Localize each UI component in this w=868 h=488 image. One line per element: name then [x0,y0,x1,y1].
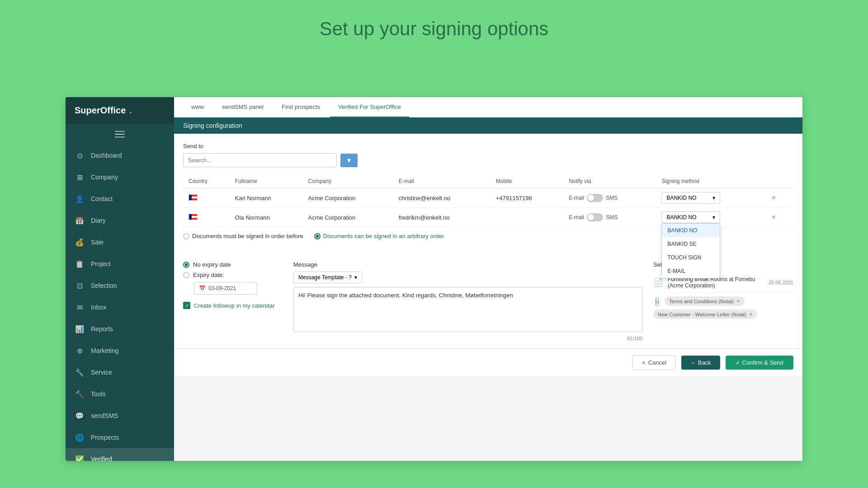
notify-sms-label-1: SMS [606,195,618,201]
form-area: Send to ▼ Country Fullname Company E-mai… [174,134,802,254]
sidebar-item-dashboard[interactable]: ⊙ Dashboard [66,145,174,166]
followup-checkbox[interactable]: ✓ [183,302,190,309]
sidebar-item-verified[interactable]: ✅ Verified [66,448,174,461]
tab-www[interactable]: www [183,97,212,117]
doc-tag-label-1: Terms and Conditions (Notat) [669,299,734,304]
sidebar-item-tools[interactable]: 🔨 Tools [66,383,174,405]
order-option-sequential[interactable]: Documents must be signed in order before [183,233,303,239]
option-bankid-se[interactable]: BANKID SE [662,237,720,251]
message-template-button[interactable]: Message Template - ? ▾ [293,272,362,283]
back-button[interactable]: ← Back [681,356,720,370]
search-row: ▼ [183,153,793,167]
service-icon: 🔧 [75,367,85,377]
sidebar-item-reports[interactable]: 📊 Reports [66,318,174,340]
remove-recipient-2-button[interactable]: × [770,213,778,221]
radio-expiry [183,272,189,278]
doc-tag-remove-2[interactable]: × [749,311,753,318]
search-input[interactable] [183,153,337,167]
radio-no-expiry [183,262,189,268]
confirm-send-button[interactable]: ✓ Confirm & Send [726,356,793,370]
notify-email-label-1: E-mail [569,195,584,201]
section-header: Signing configuration [174,117,802,134]
cancel-button[interactable]: × Cancel [632,355,676,370]
cell-remove-1: × [764,188,793,208]
signing-method-value-2: BANKID NO [666,214,696,221]
contact-icon: 👤 [75,194,85,204]
option-bankid-no[interactable]: BANKID NO [662,224,720,237]
sidebar-item-inbox[interactable]: ✉ Inbox [66,296,174,318]
cell-signing-1: BANKID NO ▾ [656,188,764,208]
sidebar-label-tools: Tools [91,390,106,398]
no-expiry-label: No expiry date [193,261,231,268]
doc-tag-remove-1[interactable]: × [736,298,740,305]
notify-toggle-1[interactable] [587,194,603,202]
order-label-sequential: Documents must be signed in order before [192,233,303,239]
col-email: E-mail [393,174,491,188]
marketing-icon: ⊛ [75,346,85,356]
verified-icon: ✅ [75,454,85,461]
app-container: SuperOffice. ⊙ Dashboard ⊞ Company 👤 Con… [66,97,802,461]
svg-rect-2 [115,137,125,138]
sidebar: SuperOffice. ⊙ Dashboard ⊞ Company 👤 Con… [66,97,174,461]
sidebar-item-marketing[interactable]: ⊛ Marketing [66,340,174,361]
sidebar-label-selection: Selection [91,282,117,289]
sidebar-item-diary[interactable]: 📅 Diary [66,210,174,231]
no-expiry-option[interactable]: No expiry date [183,261,283,268]
svg-rect-0 [115,131,125,132]
sidebar-item-service[interactable]: 🔧 Service [66,361,174,383]
expiry-date-option[interactable]: Expiry date: [183,272,283,278]
col-country: Country [183,174,230,188]
remove-recipient-1-button[interactable]: × [770,194,778,202]
flag-icon-no-1 [189,194,198,201]
tab-find-prospects[interactable]: Find prospects [274,97,328,117]
expiry-date-label: Expiry date: [193,272,224,278]
cell-signing-2: BANKID NO ▾ BANKID NO BANKID SE TOUCH SI… [656,208,764,227]
sidebar-label-contact: Contact [91,195,113,202]
sidebar-item-contact[interactable]: 👤 Contact [66,188,174,210]
option-email[interactable]: E-MAIL [662,264,720,278]
cancel-label: Cancel [648,359,666,366]
main-content: www sendSMS panel Find prospects Verifie… [174,97,802,461]
sidebar-label-company: Company [91,174,118,181]
cell-notify-1: E-mail SMS [563,188,656,208]
message-label: Message [293,261,642,268]
template-label: Message Template - ? [298,274,352,281]
doc-tags: 📎 Terms and Conditions (Notat) × New Cus… [653,296,793,319]
followup-checkbox-label[interactable]: ✓ Create followup in my calendar [183,302,283,309]
tab-sendsms-panel[interactable]: sendSMS panel [214,97,272,117]
left-options: No expiry date Expiry date: 📅 03-09-2021… [183,261,283,341]
signing-dropdown-btn-2[interactable]: BANKID NO ▾ [661,211,720,223]
option-touch-sign[interactable]: TOUCH SIGN [662,251,720,264]
notify-sms-label-2: SMS [606,214,618,221]
col-fullname: Fullname [230,174,303,188]
chevron-icon: ▾ [354,274,357,281]
sidebar-label-inbox: Inbox [91,304,106,311]
sidebar-label-prospects: Prospects [91,434,119,441]
order-option-arbitrary[interactable]: Documents can be signed in an arbitrary … [314,233,444,239]
message-textarea[interactable]: Hi! Please sign the attached document. K… [293,287,642,332]
footer-bar: × Cancel ← Back ✓ Confirm & Send [174,348,802,376]
radio-arbitrary [314,233,321,239]
sidebar-item-sendsms[interactable]: 💬 sendSMS [66,405,174,427]
signing-dropdown-btn-1[interactable]: BANKID NO ▾ [661,192,720,204]
sidebar-toggle[interactable] [66,124,174,145]
doc-tag-2: New Customer - Welcome Letter (Notat) × [653,310,757,319]
sidebar-item-sale[interactable]: 💰 Sale [66,231,174,253]
app-logo: SuperOffice. [66,97,174,124]
notify-toggle-2[interactable] [587,213,603,221]
sidebar-item-prospects[interactable]: 🌐 Prospects [66,427,174,448]
cell-fullname-1: Kari Normann [230,188,303,208]
cancel-x-icon: × [642,359,646,366]
notify-toggle-group-1: E-mail SMS [569,194,651,202]
expiry-date-input[interactable]: 📅 03-09-2021 [194,282,257,295]
tab-verified[interactable]: Verified For SuperOffice [330,97,409,117]
sidebar-item-selection[interactable]: ⊡ Selection [66,275,174,296]
cell-remove-2: × [764,208,793,227]
signing-method-select-1: BANKID NO ▾ [661,192,720,204]
cell-mobile-1: +4791157198 [491,188,563,208]
sidebar-item-company[interactable]: ⊞ Company [66,166,174,188]
col-mobile: Mobile [491,174,563,188]
sidebar-item-project[interactable]: 📋 Project [66,253,174,275]
add-recipient-button[interactable]: ▼ [340,154,358,167]
sidebar-label-sale: Sale [91,239,104,246]
